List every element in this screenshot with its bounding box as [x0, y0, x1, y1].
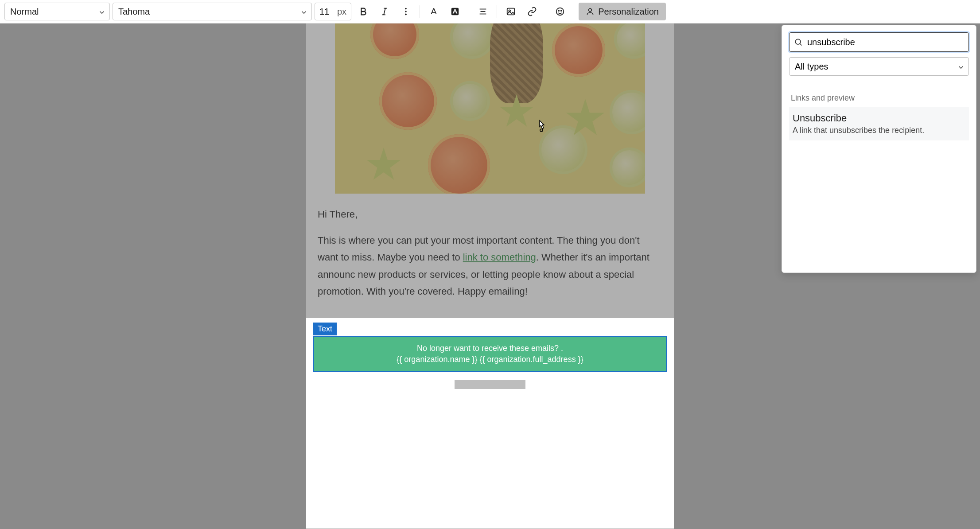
hero-image[interactable] — [335, 23, 645, 194]
result-title: Unsubscribe — [793, 113, 965, 124]
text-color-button[interactable] — [424, 3, 443, 20]
types-select-value: All types — [795, 62, 828, 72]
font-size-unit: px — [337, 7, 346, 17]
footer-line-1: No longer want to receive these emails? … — [319, 343, 661, 354]
svg-point-5 — [405, 14, 407, 16]
search-icon — [794, 38, 803, 47]
result-description: A link that unsubscribes the recipient. — [793, 126, 965, 135]
chevron-down-icon — [300, 8, 306, 15]
insert-image-button[interactable] — [502, 3, 520, 20]
bold-button[interactable] — [354, 3, 373, 20]
chevron-down-icon — [957, 63, 963, 70]
paragraph-style-value: Normal — [10, 7, 39, 17]
emoji-button[interactable] — [551, 3, 569, 20]
editor-toolbar: Normal Tahoma px — [0, 0, 980, 23]
email-body-link[interactable]: link to something — [463, 252, 536, 263]
personalization-search[interactable] — [789, 32, 969, 52]
personalization-types-select[interactable]: All types — [789, 57, 969, 76]
block-type-tag: Text — [313, 323, 337, 335]
email-canvas[interactable]: Hi There, This is where you can put your… — [306, 23, 674, 529]
svg-point-4 — [405, 11, 407, 12]
highlight-color-button[interactable] — [446, 3, 464, 20]
email-greeting: Hi There, — [318, 206, 662, 223]
personalization-dropdown: All types Links and preview Unsubscribe … — [782, 25, 976, 273]
email-paragraph: This is where you can put your most impo… — [318, 232, 662, 300]
separator — [420, 5, 420, 18]
svg-point-3 — [405, 8, 407, 10]
italic-button[interactable] — [375, 3, 394, 20]
separator — [469, 5, 469, 18]
svg-point-16 — [795, 39, 801, 44]
more-formatting-button[interactable] — [397, 3, 415, 20]
font-family-select[interactable]: Tahoma — [113, 3, 312, 20]
personalization-result-unsubscribe[interactable]: Unsubscribe A link that unsubscribes the… — [789, 107, 969, 140]
font-size-input[interactable] — [319, 7, 335, 17]
personalization-button[interactable]: Personalization — [579, 3, 666, 20]
personalization-label: Personalization — [598, 7, 659, 17]
insert-link-button[interactable] — [523, 3, 541, 20]
svg-point-15 — [589, 8, 592, 12]
email-body[interactable]: Hi There, This is where you can put your… — [306, 194, 674, 318]
svg-rect-10 — [507, 8, 515, 15]
font-size-group[interactable]: px — [315, 3, 351, 20]
footer-line-2: {{ organization.name }} {{ organization.… — [319, 354, 661, 365]
svg-line-0 — [384, 8, 385, 15]
separator — [574, 5, 574, 18]
personalization-search-input[interactable] — [807, 37, 964, 47]
footer-content[interactable]: No longer want to receive these emails? … — [313, 336, 667, 372]
paragraph-style-select[interactable]: Normal — [4, 3, 110, 20]
svg-point-14 — [561, 10, 562, 11]
drag-handle[interactable] — [455, 380, 525, 389]
separator — [546, 5, 546, 18]
chevron-down-icon — [98, 8, 104, 15]
font-family-value: Tahoma — [118, 7, 150, 17]
svg-point-13 — [558, 10, 559, 11]
svg-point-12 — [556, 8, 564, 16]
svg-line-17 — [800, 44, 802, 46]
person-icon — [586, 7, 595, 16]
footer-text-block[interactable]: Text No longer want to receive these ema… — [306, 318, 674, 402]
align-button[interactable] — [474, 3, 492, 20]
results-section-label: Links and preview — [789, 93, 969, 107]
separator — [497, 5, 497, 18]
